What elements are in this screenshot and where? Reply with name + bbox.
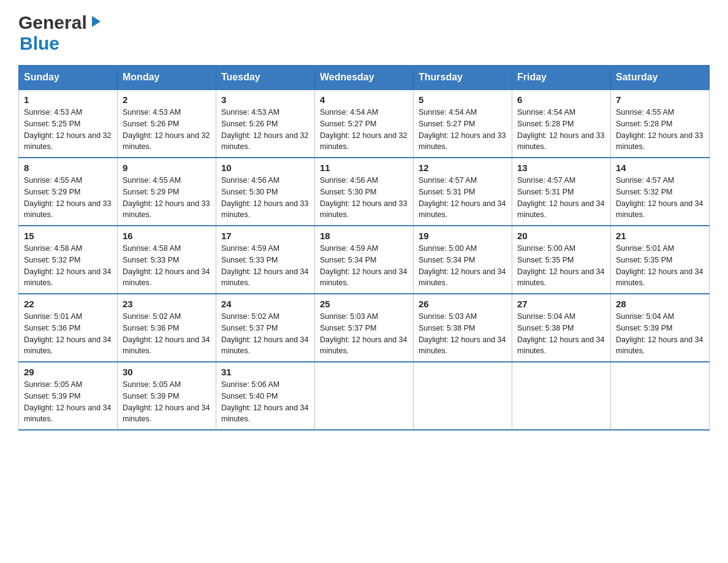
day-info: Sunrise: 4:53 AMSunset: 5:25 PMDaylight:…	[24, 107, 112, 153]
day-number: 2	[123, 94, 211, 105]
calendar-week-2: 8Sunrise: 4:55 AMSunset: 5:29 PMDaylight…	[19, 158, 710, 226]
day-info: Sunrise: 4:53 AMSunset: 5:26 PMDaylight:…	[123, 107, 211, 153]
day-info: Sunrise: 4:54 AMSunset: 5:28 PMDaylight:…	[517, 107, 605, 153]
day-number: 23	[123, 299, 211, 309]
day-number: 7	[616, 94, 704, 105]
day-number: 19	[419, 231, 507, 241]
day-number: 26	[419, 299, 507, 309]
calendar-cell	[414, 362, 512, 430]
day-info: Sunrise: 4:55 AMSunset: 5:29 PMDaylight:…	[24, 175, 112, 221]
calendar-cell	[315, 362, 414, 430]
day-number: 17	[221, 231, 309, 241]
day-number: 28	[616, 299, 704, 309]
weekday-header-tuesday: Tuesday	[216, 66, 315, 90]
day-number: 20	[517, 231, 605, 241]
weekday-header-thursday: Thursday	[414, 66, 512, 90]
day-info: Sunrise: 5:00 AMSunset: 5:34 PMDaylight:…	[419, 243, 507, 289]
day-number: 16	[123, 231, 211, 241]
calendar-cell: 24Sunrise: 5:02 AMSunset: 5:37 PMDayligh…	[216, 294, 315, 362]
calendar-cell: 14Sunrise: 4:57 AMSunset: 5:32 PMDayligh…	[611, 158, 710, 226]
day-info: Sunrise: 4:54 AMSunset: 5:27 PMDaylight:…	[419, 107, 507, 153]
logo-general-text: General	[18, 12, 87, 33]
day-info: Sunrise: 4:58 AMSunset: 5:32 PMDaylight:…	[24, 243, 112, 289]
day-number: 5	[419, 94, 507, 105]
calendar-cell: 21Sunrise: 5:01 AMSunset: 5:35 PMDayligh…	[611, 226, 710, 294]
day-info: Sunrise: 5:03 AMSunset: 5:37 PMDaylight:…	[320, 311, 408, 357]
calendar-cell: 13Sunrise: 4:57 AMSunset: 5:31 PMDayligh…	[512, 158, 611, 226]
day-number: 14	[616, 163, 704, 173]
calendar-cell: 5Sunrise: 4:54 AMSunset: 5:27 PMDaylight…	[414, 90, 512, 158]
day-number: 31	[221, 367, 309, 377]
day-info: Sunrise: 4:58 AMSunset: 5:33 PMDaylight:…	[123, 243, 211, 289]
calendar-cell: 11Sunrise: 4:56 AMSunset: 5:30 PMDayligh…	[315, 158, 414, 226]
day-number: 9	[123, 163, 211, 173]
calendar-cell: 20Sunrise: 5:00 AMSunset: 5:35 PMDayligh…	[512, 226, 611, 294]
weekday-header-friday: Friday	[512, 66, 611, 90]
calendar-cell: 3Sunrise: 4:53 AMSunset: 5:26 PMDaylight…	[216, 90, 315, 158]
calendar-cell: 8Sunrise: 4:55 AMSunset: 5:29 PMDaylight…	[19, 158, 118, 226]
calendar-cell: 18Sunrise: 4:59 AMSunset: 5:34 PMDayligh…	[315, 226, 414, 294]
calendar-cell: 15Sunrise: 4:58 AMSunset: 5:32 PMDayligh…	[19, 226, 118, 294]
day-number: 6	[517, 94, 605, 105]
day-number: 13	[517, 163, 605, 173]
day-number: 24	[221, 299, 309, 309]
calendar-cell	[611, 362, 710, 430]
day-info: Sunrise: 5:01 AMSunset: 5:35 PMDaylight:…	[616, 243, 704, 289]
svg-marker-0	[92, 16, 100, 27]
weekday-header-wednesday: Wednesday	[315, 66, 414, 90]
calendar-cell: 10Sunrise: 4:56 AMSunset: 5:30 PMDayligh…	[216, 158, 315, 226]
calendar-cell: 4Sunrise: 4:54 AMSunset: 5:27 PMDaylight…	[315, 90, 414, 158]
calendar-week-1: 1Sunrise: 4:53 AMSunset: 5:25 PMDaylight…	[19, 90, 710, 158]
calendar-cell: 9Sunrise: 4:55 AMSunset: 5:29 PMDaylight…	[118, 158, 216, 226]
day-info: Sunrise: 4:55 AMSunset: 5:29 PMDaylight:…	[123, 175, 211, 221]
day-info: Sunrise: 5:00 AMSunset: 5:35 PMDaylight:…	[517, 243, 605, 289]
calendar-cell: 1Sunrise: 4:53 AMSunset: 5:25 PMDaylight…	[19, 90, 118, 158]
calendar-cell: 17Sunrise: 4:59 AMSunset: 5:33 PMDayligh…	[216, 226, 315, 294]
weekday-header-sunday: Sunday	[19, 66, 118, 90]
calendar-cell: 22Sunrise: 5:01 AMSunset: 5:36 PMDayligh…	[19, 294, 118, 362]
weekday-header-saturday: Saturday	[611, 66, 710, 90]
day-number: 21	[616, 231, 704, 241]
calendar-week-4: 22Sunrise: 5:01 AMSunset: 5:36 PMDayligh…	[19, 294, 710, 362]
day-number: 30	[123, 367, 211, 377]
day-number: 29	[24, 367, 112, 377]
calendar-table: SundayMondayTuesdayWednesdayThursdayFrid…	[18, 65, 710, 431]
day-info: Sunrise: 4:59 AMSunset: 5:33 PMDaylight:…	[221, 243, 309, 289]
day-info: Sunrise: 4:57 AMSunset: 5:32 PMDaylight:…	[616, 175, 704, 221]
day-number: 27	[517, 299, 605, 309]
calendar-cell	[512, 362, 611, 430]
day-info: Sunrise: 5:06 AMSunset: 5:40 PMDaylight:…	[221, 379, 309, 425]
day-number: 12	[419, 163, 507, 173]
calendar-cell: 29Sunrise: 5:05 AMSunset: 5:39 PMDayligh…	[19, 362, 118, 430]
day-info: Sunrise: 4:54 AMSunset: 5:27 PMDaylight:…	[320, 107, 408, 153]
calendar-week-5: 29Sunrise: 5:05 AMSunset: 5:39 PMDayligh…	[19, 362, 710, 430]
day-info: Sunrise: 5:04 AMSunset: 5:38 PMDaylight:…	[517, 311, 605, 357]
day-number: 22	[24, 299, 112, 309]
day-number: 8	[24, 163, 112, 173]
day-info: Sunrise: 5:03 AMSunset: 5:38 PMDaylight:…	[419, 311, 507, 357]
day-info: Sunrise: 5:01 AMSunset: 5:36 PMDaylight:…	[24, 311, 112, 357]
calendar-cell: 7Sunrise: 4:55 AMSunset: 5:28 PMDaylight…	[611, 90, 710, 158]
page-header: General Blue	[18, 12, 710, 54]
day-number: 15	[24, 231, 112, 241]
calendar-cell: 27Sunrise: 5:04 AMSunset: 5:38 PMDayligh…	[512, 294, 611, 362]
logo-blue-text: Blue	[20, 33, 59, 54]
logo-arrow-icon	[88, 15, 102, 31]
calendar-cell: 6Sunrise: 4:54 AMSunset: 5:28 PMDaylight…	[512, 90, 611, 158]
day-info: Sunrise: 4:55 AMSunset: 5:28 PMDaylight:…	[616, 107, 704, 153]
day-info: Sunrise: 4:59 AMSunset: 5:34 PMDaylight:…	[320, 243, 408, 289]
day-info: Sunrise: 4:56 AMSunset: 5:30 PMDaylight:…	[320, 175, 408, 221]
day-info: Sunrise: 4:53 AMSunset: 5:26 PMDaylight:…	[221, 107, 309, 153]
day-number: 11	[320, 163, 408, 173]
weekday-header-monday: Monday	[118, 66, 216, 90]
day-info: Sunrise: 4:57 AMSunset: 5:31 PMDaylight:…	[419, 175, 507, 221]
calendar-cell: 2Sunrise: 4:53 AMSunset: 5:26 PMDaylight…	[118, 90, 216, 158]
calendar-cell: 19Sunrise: 5:00 AMSunset: 5:34 PMDayligh…	[414, 226, 512, 294]
calendar-cell: 16Sunrise: 4:58 AMSunset: 5:33 PMDayligh…	[118, 226, 216, 294]
day-number: 1	[24, 94, 112, 105]
calendar-cell: 23Sunrise: 5:02 AMSunset: 5:36 PMDayligh…	[118, 294, 216, 362]
day-info: Sunrise: 5:02 AMSunset: 5:37 PMDaylight:…	[221, 311, 309, 357]
calendar-cell: 28Sunrise: 5:04 AMSunset: 5:39 PMDayligh…	[611, 294, 710, 362]
day-number: 25	[320, 299, 408, 309]
calendar-header-row: SundayMondayTuesdayWednesdayThursdayFrid…	[19, 66, 710, 90]
